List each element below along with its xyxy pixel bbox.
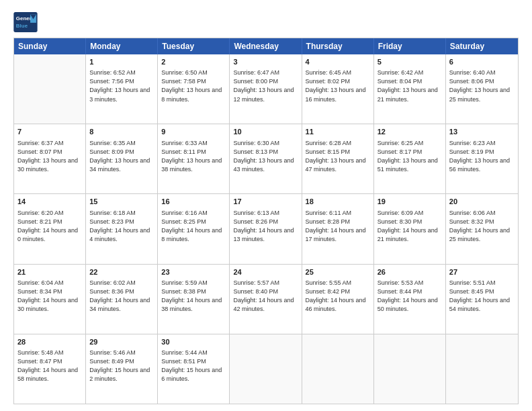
- day-number: 30: [161, 337, 226, 347]
- calendar-cell: 9Sunrise: 6:33 AMSunset: 8:11 PMDaylight…: [158, 124, 230, 193]
- cell-daylight-info: Sunrise: 6:45 AMSunset: 8:02 PMDaylight:…: [306, 68, 370, 103]
- cell-daylight-info: Sunrise: 6:06 AMSunset: 8:32 PMDaylight:…: [449, 209, 515, 244]
- calendar-week-row: 1Sunrise: 6:52 AMSunset: 7:56 PMDaylight…: [14, 54, 518, 124]
- calendar-body: 1Sunrise: 6:52 AMSunset: 7:56 PMDaylight…: [14, 54, 518, 404]
- day-number: 26: [378, 267, 442, 277]
- cell-daylight-info: Sunrise: 5:55 AMSunset: 8:42 PMDaylight:…: [306, 279, 370, 314]
- weekday-header: Monday: [86, 38, 158, 54]
- day-number: 18: [306, 197, 370, 207]
- cell-daylight-info: Sunrise: 6:33 AMSunset: 8:11 PMDaylight:…: [161, 139, 226, 174]
- day-number: 6: [449, 57, 515, 67]
- cell-daylight-info: Sunrise: 6:23 AMSunset: 8:19 PMDaylight:…: [449, 139, 515, 174]
- day-number: 27: [449, 267, 515, 277]
- cell-daylight-info: Sunrise: 5:48 AMSunset: 8:47 PMDaylight:…: [17, 349, 82, 383]
- cell-daylight-info: Sunrise: 6:28 AMSunset: 8:15 PMDaylight:…: [306, 139, 370, 174]
- calendar-cell: [302, 334, 374, 404]
- day-number: 11: [306, 127, 370, 137]
- calendar-cell: 7Sunrise: 6:37 AMSunset: 8:07 PMDaylight…: [14, 124, 86, 193]
- calendar-cell: 10Sunrise: 6:30 AMSunset: 8:13 PMDayligh…: [230, 124, 302, 193]
- calendar-cell: 15Sunrise: 6:18 AMSunset: 8:23 PMDayligh…: [86, 194, 158, 263]
- cell-daylight-info: Sunrise: 6:04 AMSunset: 8:34 PMDaylight:…: [17, 279, 82, 314]
- calendar-cell: 6Sunrise: 6:40 AMSunset: 8:06 PMDaylight…: [446, 54, 518, 124]
- calendar-cell: [374, 334, 446, 404]
- day-number: 20: [449, 197, 515, 207]
- calendar-week-row: 21Sunrise: 6:04 AMSunset: 8:34 PMDayligh…: [14, 265, 518, 334]
- day-number: 3: [233, 57, 298, 67]
- cell-daylight-info: Sunrise: 5:59 AMSunset: 8:38 PMDaylight:…: [161, 279, 226, 314]
- calendar-cell: 20Sunrise: 6:06 AMSunset: 8:32 PMDayligh…: [446, 194, 518, 263]
- calendar-cell: 1Sunrise: 6:52 AMSunset: 7:56 PMDaylight…: [86, 54, 158, 124]
- cell-daylight-info: Sunrise: 6:47 AMSunset: 8:00 PMDaylight:…: [233, 68, 298, 103]
- cell-daylight-info: Sunrise: 6:25 AMSunset: 8:17 PMDaylight:…: [378, 139, 442, 174]
- logo: General Blue: [13, 12, 38, 32]
- cell-daylight-info: Sunrise: 6:52 AMSunset: 7:56 PMDaylight:…: [89, 68, 154, 103]
- calendar-cell: 14Sunrise: 6:20 AMSunset: 8:21 PMDayligh…: [14, 194, 86, 263]
- day-number: 29: [89, 337, 154, 347]
- calendar-cell: 2Sunrise: 6:50 AMSunset: 7:58 PMDaylight…: [158, 54, 230, 124]
- cell-daylight-info: Sunrise: 6:13 AMSunset: 8:26 PMDaylight:…: [233, 209, 298, 244]
- cell-daylight-info: Sunrise: 6:18 AMSunset: 8:23 PMDaylight:…: [89, 209, 154, 244]
- cell-daylight-info: Sunrise: 5:57 AMSunset: 8:40 PMDaylight:…: [233, 279, 298, 314]
- calendar-cell: 11Sunrise: 6:28 AMSunset: 8:15 PMDayligh…: [302, 124, 374, 193]
- day-number: 1: [89, 57, 154, 67]
- day-number: 25: [306, 267, 370, 277]
- calendar-cell: 25Sunrise: 5:55 AMSunset: 8:42 PMDayligh…: [302, 265, 374, 334]
- cell-daylight-info: Sunrise: 5:51 AMSunset: 8:45 PMDaylight:…: [449, 279, 515, 314]
- day-number: 10: [233, 127, 298, 137]
- day-number: 23: [161, 267, 226, 277]
- calendar-cell: 16Sunrise: 6:16 AMSunset: 8:25 PMDayligh…: [158, 194, 230, 263]
- calendar-cell: [230, 334, 302, 404]
- weekday-header: Friday: [374, 38, 446, 54]
- calendar-cell: 23Sunrise: 5:59 AMSunset: 8:38 PMDayligh…: [158, 265, 230, 334]
- cell-daylight-info: Sunrise: 6:30 AMSunset: 8:13 PMDaylight:…: [233, 139, 298, 174]
- cell-daylight-info: Sunrise: 5:46 AMSunset: 8:49 PMDaylight:…: [89, 349, 154, 383]
- day-number: 24: [233, 267, 298, 277]
- cell-daylight-info: Sunrise: 6:40 AMSunset: 8:06 PMDaylight:…: [449, 68, 515, 103]
- calendar-cell: 30Sunrise: 5:44 AMSunset: 8:51 PMDayligh…: [158, 334, 230, 404]
- logo-icon: General Blue: [13, 12, 38, 32]
- calendar-cell: 8Sunrise: 6:35 AMSunset: 8:09 PMDaylight…: [86, 124, 158, 193]
- cell-daylight-info: Sunrise: 6:02 AMSunset: 8:36 PMDaylight:…: [89, 279, 154, 314]
- calendar-week-row: 28Sunrise: 5:48 AMSunset: 8:47 PMDayligh…: [14, 334, 518, 404]
- cell-daylight-info: Sunrise: 6:11 AMSunset: 8:28 PMDaylight:…: [306, 209, 370, 244]
- calendar-cell: 29Sunrise: 5:46 AMSunset: 8:49 PMDayligh…: [86, 334, 158, 404]
- cell-daylight-info: Sunrise: 6:50 AMSunset: 7:58 PMDaylight:…: [161, 68, 226, 103]
- calendar-cell: 19Sunrise: 6:09 AMSunset: 8:30 PMDayligh…: [374, 194, 446, 263]
- day-number: 4: [306, 57, 370, 67]
- day-number: 7: [17, 127, 82, 137]
- calendar-cell: [14, 54, 86, 124]
- day-number: 5: [378, 57, 442, 67]
- calendar-cell: 12Sunrise: 6:25 AMSunset: 8:17 PMDayligh…: [374, 124, 446, 193]
- page-header: General Blue: [13, 12, 519, 32]
- cell-daylight-info: Sunrise: 5:44 AMSunset: 8:51 PMDaylight:…: [161, 349, 226, 383]
- calendar-cell: 3Sunrise: 6:47 AMSunset: 8:00 PMDaylight…: [230, 54, 302, 124]
- day-number: 13: [449, 127, 515, 137]
- cell-daylight-info: Sunrise: 6:16 AMSunset: 8:25 PMDaylight:…: [161, 209, 226, 244]
- day-number: 15: [89, 197, 154, 207]
- weekday-header: Thursday: [302, 38, 374, 54]
- cell-daylight-info: Sunrise: 5:53 AMSunset: 8:44 PMDaylight:…: [378, 279, 442, 314]
- cell-daylight-info: Sunrise: 6:37 AMSunset: 8:07 PMDaylight:…: [17, 139, 82, 174]
- weekday-header: Sunday: [14, 38, 86, 54]
- svg-text:Blue: Blue: [16, 23, 28, 29]
- calendar-cell: 21Sunrise: 6:04 AMSunset: 8:34 PMDayligh…: [14, 265, 86, 334]
- calendar-cell: 26Sunrise: 5:53 AMSunset: 8:44 PMDayligh…: [374, 265, 446, 334]
- calendar-cell: 4Sunrise: 6:45 AMSunset: 8:02 PMDaylight…: [302, 54, 374, 124]
- day-number: 21: [17, 267, 82, 277]
- day-number: 9: [161, 127, 226, 137]
- day-number: 17: [233, 197, 298, 207]
- day-number: 14: [17, 197, 82, 207]
- calendar-cell: [446, 334, 518, 404]
- day-number: 2: [161, 57, 226, 67]
- calendar-cell: 18Sunrise: 6:11 AMSunset: 8:28 PMDayligh…: [302, 194, 374, 263]
- day-number: 19: [378, 197, 442, 207]
- day-number: 22: [89, 267, 154, 277]
- calendar-week-row: 7Sunrise: 6:37 AMSunset: 8:07 PMDaylight…: [14, 124, 518, 194]
- day-number: 16: [161, 197, 226, 207]
- day-number: 8: [89, 127, 154, 137]
- calendar-cell: 28Sunrise: 5:48 AMSunset: 8:47 PMDayligh…: [14, 334, 86, 404]
- day-number: 28: [17, 337, 82, 347]
- cell-daylight-info: Sunrise: 6:35 AMSunset: 8:09 PMDaylight:…: [89, 139, 154, 174]
- day-number: 12: [378, 127, 442, 137]
- weekday-header: Saturday: [446, 38, 518, 54]
